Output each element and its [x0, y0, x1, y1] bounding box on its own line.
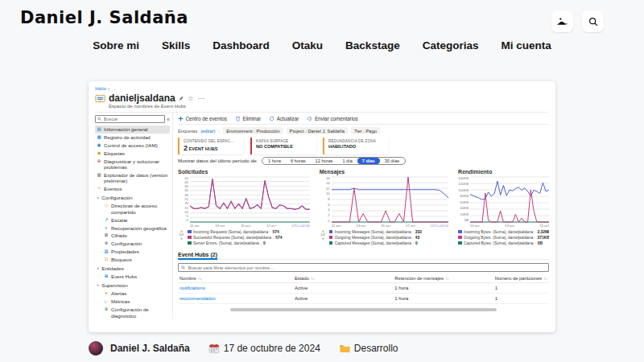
sidebar-item-eventos[interactable]: ϟEventos — [95, 185, 170, 193]
favorite-star-icon[interactable]: ☆ — [188, 95, 193, 102]
period-12-horas[interactable]: 12 horas — [311, 158, 338, 164]
theme-toggle-button[interactable] — [551, 10, 573, 32]
site-logo[interactable]: Daniel J. Saldaña — [20, 8, 188, 27]
legend-item: Incoming Requests (Suma), danieljsaldana… — [188, 230, 310, 234]
period-7-d-as[interactable]: 7 días — [357, 158, 380, 164]
sidebar-section-entidades[interactable]: ∨Entidades — [95, 264, 170, 273]
toolbar-centro-de-eventos[interactable]: Centro de eventos — [178, 116, 227, 121]
event-hubs-filter-input[interactable] — [188, 265, 547, 270]
feedback-icon — [307, 116, 312, 121]
nav-dashboard[interactable]: Dashboard — [213, 39, 270, 51]
metrics-charts: Solicitudes5045403530252015105011 oct13 … — [178, 169, 549, 247]
sidebar-item-configuraci-n-de-diagn-stico[interactable]: ⊚Configuración de diagnóstico — [95, 306, 170, 319]
sidebar-item-event-hubs[interactable]: ⊞Event Hubs — [95, 273, 170, 281]
sidebar-item-cifrado[interactable]: ⊠Cifrado — [95, 232, 170, 240]
nav-mi-cuenta[interactable]: Mi cuenta — [501, 39, 551, 51]
chart-solicitudes: Solicitudes5045403530252015105011 oct13 … — [178, 169, 310, 247]
legend-color-swatch — [458, 236, 462, 240]
sidebar-item-alertas[interactable]: ●Alertas — [95, 290, 170, 298]
breadcrumb[interactable]: Inicio› — [95, 86, 549, 91]
y-axis-labels: 140KB120KB100KB80KB60KB40KB20KB0B — [458, 176, 470, 223]
nav-sobre-mi[interactable]: Sobre mi — [93, 39, 139, 51]
post-featured-image[interactable]: Inicio› danieljsaldana ☆ ⋯ Espacio de no… — [89, 81, 555, 332]
sidebar-item-configuraci-n[interactable]: ⊛Configuración — [95, 240, 170, 248]
nav-backstage[interactable]: Backstage — [345, 39, 400, 51]
tag-pill: Tier : Pago — [351, 127, 380, 134]
legend-item: Server Errors. (Suma), danieljsaldana : … — [188, 241, 310, 245]
refresh-icon — [269, 116, 275, 121]
search-button[interactable] — [582, 10, 604, 32]
post-category[interactable]: Desarrollo — [354, 343, 398, 354]
legend-item: Successful Requests (Suma), danieljsalda… — [188, 236, 310, 240]
resource-title: danieljsaldana — [109, 93, 175, 104]
sidebar-search-input[interactable] — [104, 117, 163, 121]
sidebar-item-etiquetas[interactable]: ◆Etiquetas — [95, 150, 170, 158]
trash-icon — [235, 116, 241, 121]
period-30-d-as[interactable]: 30 días — [380, 158, 404, 164]
encryption-icon: ⊠ — [104, 232, 109, 238]
diagnostic-settings-icon: ⊚ — [104, 306, 109, 312]
more-options-icon[interactable]: ⋯ — [197, 95, 204, 102]
sort-icon: ↑↓ — [543, 277, 547, 281]
nav-categorias[interactable]: Categorias — [423, 39, 479, 51]
plus-icon — [178, 116, 184, 121]
sidebar-item-explorador-de-datos-versi-n-preliminar[interactable]: ▦Explorador de datos (versión preliminar… — [95, 171, 170, 185]
column-header-retenci-n-de-mensajes[interactable]: Retención de mensajes ↑↓ — [393, 274, 493, 283]
event-hub-link[interactable]: notifications — [178, 283, 293, 294]
period-6-horas[interactable]: 6 horas — [286, 158, 311, 164]
sidebar-item-bloqueos[interactable]: ⊡Bloqueos — [95, 256, 170, 264]
sidebar-item-control-de-acceso-iam[interactable]: ◉Control de acceso (IAM) — [95, 142, 170, 150]
breadcrumb-separator: › — [108, 86, 109, 91]
nav-otaku[interactable]: Otaku — [292, 39, 323, 51]
toolbar-eliminar[interactable]: Eliminar — [235, 116, 261, 121]
geo-recovery-icon: ◐ — [104, 225, 109, 231]
post-date: 17 de octubre de 2024 — [224, 343, 320, 354]
sidebar-section-supervisi-n[interactable]: ∨Supervisión — [95, 281, 170, 290]
sidebar-item-recuperaci-n-geogr-fica[interactable]: ◐Recuperación geográfica — [95, 224, 170, 232]
table-cell: 1 hora — [393, 294, 493, 304]
sidebar-item-informaci-n-general[interactable]: ▤Información general — [95, 125, 170, 134]
sidebar-item-escalar[interactable]: ↗Escalar — [95, 216, 170, 224]
legend-pager[interactable]: ∧1/2∨ — [178, 230, 185, 247]
edit-pencil-icon[interactable] — [179, 96, 184, 101]
sidebar-section-configuraci-n[interactable]: ∨Configuración — [95, 193, 170, 202]
sidebar-item-propiedades[interactable]: ▥Propiedades — [95, 248, 170, 256]
toolbar-enviar-comentarios[interactable]: Enviar comentarios — [307, 116, 357, 121]
properties-icon: ▥ — [104, 249, 109, 254]
azure-main: Centro de eventosEliminarActualizarEnvia… — [173, 113, 549, 319]
horizontal-scrollbar[interactable] — [230, 308, 497, 311]
table-cell: 1 hora — [393, 283, 493, 294]
toolbar-actualizar[interactable]: Actualizar — [269, 116, 299, 121]
breadcrumb-home-link[interactable]: Inicio — [95, 86, 106, 91]
period-1-hora[interactable]: 1 hora — [263, 158, 286, 164]
azure-sidebar: « ▤Información general▦Registro de activ… — [95, 113, 173, 319]
sidebar-collapse-icon[interactable]: « — [167, 117, 170, 122]
configuration-icon: ⊛ — [104, 241, 109, 246]
post-author[interactable]: Daniel J. Saldaña — [110, 343, 190, 354]
tags-edit-link[interactable]: (editar) — [200, 129, 215, 134]
table-cell: Active — [293, 294, 393, 304]
legend-pager[interactable]: ∧1/2∨ — [320, 230, 327, 247]
event-hubs-search[interactable] — [178, 263, 549, 272]
legend-item: Incoming Messages (Suma), danieljsaldana… — [329, 230, 448, 234]
sidebar-search-icon — [97, 117, 102, 121]
sidebar-item-registro-de-actividad[interactable]: ▦Registro de actividad — [95, 134, 170, 142]
event-hubs-icon: ⊞ — [104, 274, 109, 279]
column-header-nombre[interactable]: Nombre ↑↓ — [178, 274, 293, 283]
sidebar-item-diagnosticar-y-solucionar-problemas[interactable]: ⊕Diagnosticar y solucionar problemas — [95, 158, 170, 171]
event-hub-link[interactable]: recommendation — [178, 294, 293, 304]
column-header-n-mero-de-particiones[interactable]: Número de particiones ↑↓ — [493, 274, 549, 283]
chevron-down-icon: ∨ — [322, 237, 324, 241]
nav-skills[interactable]: Skills — [162, 39, 190, 51]
main-nav: Sobre miSkillsDashboardOtakuBackstageCat… — [0, 39, 644, 51]
column-header-estado[interactable]: Estado ↑↓ — [293, 274, 393, 283]
chevron-down-icon: ∨ — [97, 265, 99, 271]
chart-mensajes: Mensajes161412108642011 oct13 oct15 oct1… — [320, 169, 448, 247]
chart-legend: Incoming Requests (Suma), danieljsaldana… — [188, 230, 310, 247]
chevron-down-icon: ∨ — [97, 282, 99, 288]
event-hubs-table: Nombre ↑↓Estado ↑↓Retención de mensajes … — [178, 274, 549, 304]
period-1-d-a[interactable]: 1 día — [337, 158, 357, 164]
sidebar-item-m-tricas[interactable]: ∟Métricas — [95, 298, 170, 306]
author-avatar[interactable] — [89, 341, 103, 356]
sidebar-item-directivas-de-acceso-compartido[interactable]: ◇Directivas de acceso compartido — [95, 202, 170, 216]
